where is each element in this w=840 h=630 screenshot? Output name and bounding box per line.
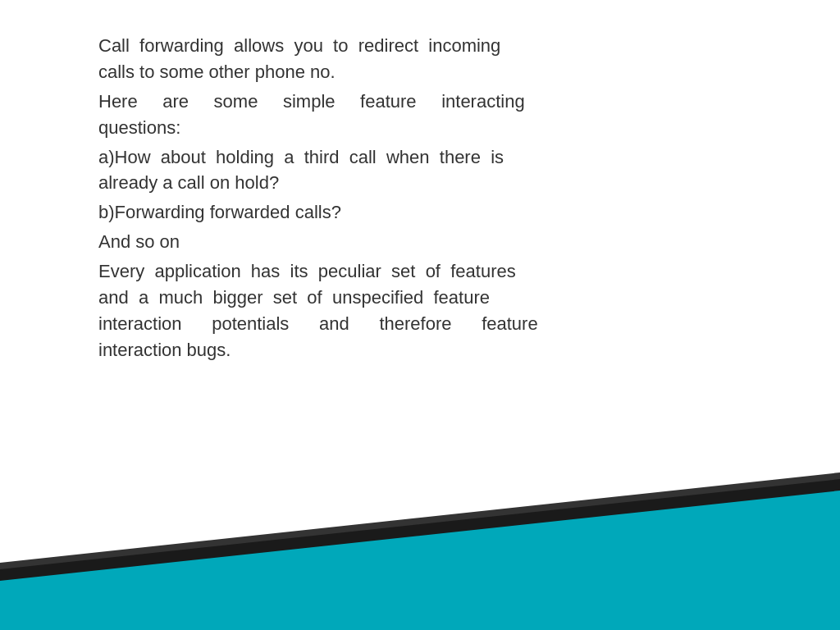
paragraph-4: b)Forwarding forwarded calls? <box>98 199 742 226</box>
text-block: Call forwarding allows you to redirect i… <box>98 33 742 367</box>
paragraph-2: Here are some simple feature interacting… <box>98 89 742 141</box>
paragraph-5: And so on <box>98 229 742 255</box>
paragraph-3: a)How about holding a third call when th… <box>98 144 742 197</box>
paragraph-1: Call forwarding allows you to redirect i… <box>98 33 742 85</box>
slide: Call forwarding allows you to redirect i… <box>0 0 840 630</box>
paragraph-6: Every application has its peculiar set o… <box>98 258 742 363</box>
bottom-decoration <box>0 441 840 630</box>
